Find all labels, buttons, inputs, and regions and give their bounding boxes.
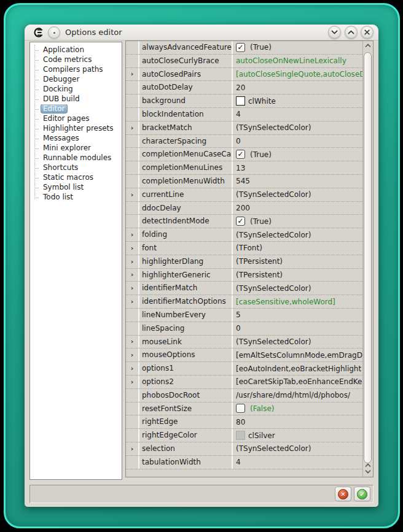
property-name[interactable]: mouseOptions xyxy=(139,349,233,361)
property-row[interactable]: › selection ✓ (TSynSelectedColor) xyxy=(126,442,362,456)
scrollbar-thumb[interactable] xyxy=(364,52,372,463)
property-value[interactable]: ✓ (TPersistent) xyxy=(233,255,362,268)
sidebar-item[interactable]: Symbol list xyxy=(30,183,122,193)
accept-button[interactable]: ✓ xyxy=(354,487,370,501)
property-row[interactable]: › currentLine ✓ (TSynSelectedColor) xyxy=(126,188,362,202)
property-value[interactable]: ✓ clWhite xyxy=(233,94,362,107)
property-name[interactable]: currentLine xyxy=(139,188,233,201)
property-row[interactable]: › options2 ✓ [eoCaretSkipTab,eoEnhanceEn… xyxy=(126,376,362,389)
sidebar-item[interactable]: Static macros xyxy=(30,173,122,183)
sidebar-item[interactable]: Docking xyxy=(30,85,122,94)
property-name[interactable]: bracketMatch xyxy=(139,121,233,134)
property-name[interactable]: alwaysAdvancedFeatures xyxy=(139,41,233,54)
property-row[interactable]: › identifierMatch ✓ (TSynSelectedColor) xyxy=(126,282,362,295)
property-value[interactable]: ✓ (TSynSelectedColor) xyxy=(233,188,362,201)
expand-arrow-icon[interactable]: › xyxy=(131,352,134,358)
property-value[interactable]: ✓ clSilver xyxy=(233,429,362,442)
property-value[interactable]: ✓ [eoAutoIndent,eoBracketHighlight xyxy=(233,362,362,375)
property-value[interactable]: ✓ 0 xyxy=(233,322,362,335)
property-value[interactable]: ✓ 200 xyxy=(233,202,362,215)
property-row[interactable]: › tabulationWidth ✓ 4 xyxy=(126,456,362,469)
property-row[interactable]: › mouseLink ✓ (TSynSelectedColor) xyxy=(126,336,362,349)
property-name[interactable]: options1 xyxy=(139,362,233,375)
property-name[interactable]: completionMenuLines xyxy=(139,161,233,174)
property-name[interactable]: highlighterGeneric xyxy=(139,269,233,282)
property-row[interactable]: › font ✓ (TFont) xyxy=(126,242,362,255)
vertical-scrollbar[interactable] xyxy=(362,41,373,477)
checkbox[interactable]: ✓ xyxy=(236,43,245,52)
property-name[interactable]: resetFontSize xyxy=(139,403,233,415)
sidebar-item[interactable]: Code metrics xyxy=(30,55,122,65)
scroll-up-icon[interactable] xyxy=(363,463,373,468)
property-name[interactable]: font xyxy=(139,242,233,255)
shade-button[interactable] xyxy=(328,26,341,39)
sidebar-item[interactable]: Messages xyxy=(30,134,122,144)
scroll-up-icon[interactable] xyxy=(363,44,373,48)
property-name[interactable]: characterSpacing xyxy=(139,135,233,148)
property-value[interactable]: ✓ (True) xyxy=(233,41,362,54)
property-row[interactable]: › completionMenuLines ✓ 13 xyxy=(126,161,362,175)
cancel-button[interactable]: ✕ xyxy=(335,487,351,501)
property-value[interactable]: ✓ 80 xyxy=(233,415,362,428)
expand-arrow-icon[interactable]: › xyxy=(131,71,134,77)
property-value[interactable]: ✓ (False) xyxy=(233,403,362,415)
property-row[interactable]: › autoClosedPairs ✓ [autoCloseSingleQuot… xyxy=(126,68,362,82)
property-value[interactable]: ✓ (TSynSelectedColor) xyxy=(233,228,362,241)
checkbox[interactable]: ✓ xyxy=(236,217,245,226)
property-name[interactable]: selection xyxy=(139,442,233,455)
property-name[interactable]: highlighterDlang xyxy=(139,255,233,268)
property-value[interactable]: ✓ (TSynSelectedColor) xyxy=(233,121,362,134)
property-value[interactable]: ✓ [caseSensitive,wholeWord] xyxy=(233,295,362,308)
sidebar-item[interactable]: Application xyxy=(30,45,122,55)
property-value[interactable]: ✓ 20 xyxy=(233,81,362,94)
titlebar[interactable]: Options editor xyxy=(25,25,378,40)
expand-arrow-icon[interactable]: › xyxy=(131,258,134,265)
property-value[interactable]: ✓ [emAltSetsColumnMode,emDragDr xyxy=(233,349,362,361)
property-value[interactable]: ✓ 5 xyxy=(233,309,362,322)
property-name[interactable]: blockIndentation xyxy=(139,108,233,121)
property-name[interactable]: completionMenuWidth xyxy=(139,175,233,188)
property-value[interactable]: ✓ autoCloseOnNewLineLexically xyxy=(233,55,362,67)
scroll-down-icon[interactable] xyxy=(363,469,373,474)
property-name[interactable]: background xyxy=(139,94,233,107)
property-row[interactable]: › resetFontSize ✓ (False) xyxy=(126,403,362,416)
sidebar-item[interactable]: Todo list xyxy=(30,193,122,202)
property-value[interactable]: ✓ (TFont) xyxy=(233,242,362,255)
color-swatch[interactable] xyxy=(236,431,245,440)
sidebar-item[interactable]: Runnable modules xyxy=(30,153,122,163)
expand-arrow-icon[interactable]: › xyxy=(131,285,134,291)
property-value[interactable]: ✓ 4 xyxy=(233,108,362,121)
property-row[interactable]: › autoDotDelay ✓ 20 xyxy=(126,81,362,94)
property-row[interactable]: › blockIndentation ✓ 4 xyxy=(126,108,362,121)
property-name[interactable]: identifierMatchOptions xyxy=(139,295,233,308)
expand-arrow-icon[interactable]: › xyxy=(131,245,134,252)
property-row[interactable]: › detectIndentMode ✓ (True) xyxy=(126,215,362,228)
property-name[interactable]: autoDotDelay xyxy=(139,81,233,94)
property-row[interactable]: › background ✓ clWhite xyxy=(126,94,362,108)
maximize-button[interactable] xyxy=(345,26,358,39)
checkbox[interactable]: ✓ xyxy=(236,150,245,159)
property-row[interactable]: › completionMenuWidth ✓ 545 xyxy=(126,175,362,188)
property-row[interactable]: › highlighterGeneric ✓ (TPersistent) xyxy=(126,269,362,282)
sidebar-item[interactable]: Highlighter presets xyxy=(30,124,122,134)
property-value[interactable]: ✓ 545 xyxy=(233,175,362,188)
property-row[interactable]: › characterSpacing ✓ 0 xyxy=(126,135,362,148)
property-name[interactable]: rightEdgeColor xyxy=(139,429,233,442)
expand-arrow-icon[interactable]: › xyxy=(131,231,134,238)
expand-arrow-icon[interactable]: › xyxy=(131,445,134,452)
property-row[interactable]: › alwaysAdvancedFeatures ✓ (True) xyxy=(126,41,362,55)
sidebar-item[interactable]: DUB build xyxy=(30,94,122,104)
property-value[interactable]: ✓ (TSynSelectedColor) xyxy=(233,336,362,349)
property-value[interactable]: ✓ (TPersistent) xyxy=(233,269,362,282)
property-row[interactable]: › folding ✓ (TSynSelectedColor) xyxy=(126,228,362,242)
property-row[interactable]: › highlighterDlang ✓ (TPersistent) xyxy=(126,255,362,269)
close-button[interactable] xyxy=(361,26,374,39)
expand-arrow-icon[interactable]: › xyxy=(131,298,134,305)
property-name[interactable]: autoCloseCurlyBrace xyxy=(139,55,233,67)
expand-arrow-icon[interactable]: › xyxy=(131,379,134,385)
property-name[interactable]: folding xyxy=(139,228,233,241)
property-value[interactable]: ✓ /usr/share/dmd/html/d/phobos/ xyxy=(233,389,362,402)
property-row[interactable]: › mouseOptions ✓ [emAltSetsColumnMode,em… xyxy=(126,349,362,362)
sidebar-item[interactable]: Mini explorer xyxy=(30,144,122,153)
property-row[interactable]: › rightEdge ✓ 80 xyxy=(126,415,362,429)
